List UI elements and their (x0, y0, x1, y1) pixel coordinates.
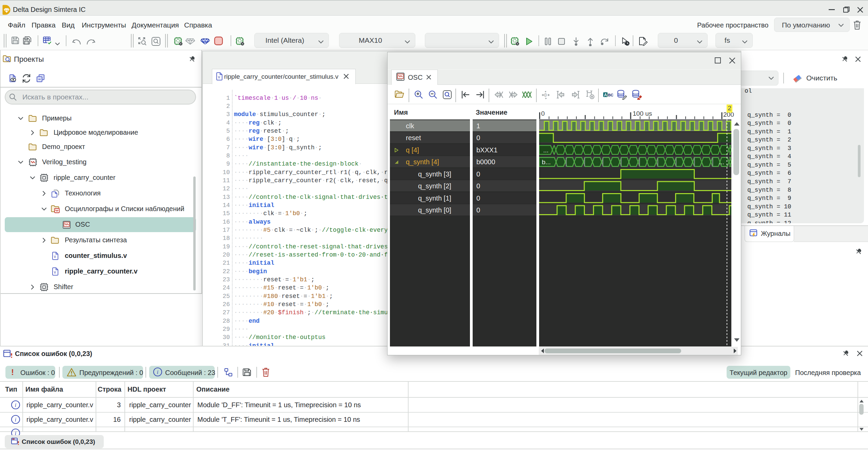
svg-text:0: 0 (544, 93, 547, 98)
svg-text:i: i (15, 402, 17, 408)
svg-text:b...: b... (542, 158, 551, 166)
svg-text:v: v (218, 75, 220, 79)
svg-text:i: i (157, 369, 159, 375)
svg-text:i: i (15, 416, 17, 423)
svg-text:...: ... (543, 147, 549, 154)
svg-text:v: v (54, 270, 56, 275)
svg-text:A: A (604, 93, 607, 97)
svg-text:...: ... (719, 158, 724, 166)
svg-text:v: v (54, 254, 56, 259)
svg-text:BC: BC (608, 93, 613, 97)
